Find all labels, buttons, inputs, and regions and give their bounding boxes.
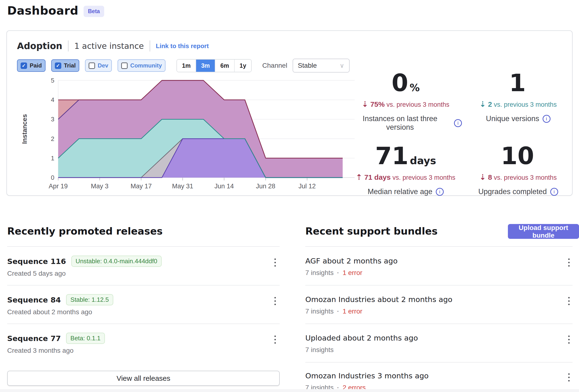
kebab-menu-icon[interactable] [273,296,277,307]
svg-text:1: 1 [51,155,54,162]
bundle-row: Uploaded about 2 months ago 7 insights [305,333,573,354]
svg-text:May 3: May 3 [91,183,108,190]
section-divider [7,246,280,247]
release-created: Created about 2 months ago [7,308,280,316]
bundle-row: AGF about 2 months ago 7 insights 1 erro… [305,256,573,277]
row-divider [7,324,280,324]
stat-delta: ⇡71 days vs. previous 3 months [349,173,462,182]
svg-text:May 31: May 31 [172,183,193,190]
stat-unique-versions: 1 ⇣2 vs. previous 3 months Unique versio… [462,71,575,132]
release-title: Sequence 116 [7,256,66,266]
bundle-title: AGF about 2 months ago [305,256,573,266]
release-created: Created 5 days ago [7,270,280,277]
svg-text:Jul 12: Jul 12 [298,183,316,190]
page-header: Dashboard Beta [7,4,104,17]
bundle-row: Omozan Industries 3 months ago 7 insight… [305,371,573,392]
dot-separator [337,269,339,277]
adoption-chart: 012345Apr 19May 3May 17May 31Jun 14Jun 2… [7,31,364,196]
stat-delta: ⇣2 vs. previous 3 months [462,100,575,109]
info-icon[interactable] [550,188,558,196]
kebab-menu-icon[interactable] [273,257,277,268]
bundle-insights: 7 insights [305,269,334,277]
row-divider [305,324,573,324]
page-bottom-strip [0,389,579,392]
bundle-insights: 7 insights [305,308,334,315]
view-all-releases-button[interactable]: View all releases [7,371,280,386]
stat-label: Unique versions [486,114,539,123]
kebab-menu-icon[interactable] [567,257,571,268]
upload-support-bundle-button[interactable]: Upload support bundle [508,224,579,239]
stat-median-relative-age: 71days ⇡71 days vs. previous 3 months Me… [349,144,462,196]
release-channel-badge: Beta: 0.1.1 [66,333,105,344]
stat-instances-last-versions: 0% ⇣75% vs. previous 3 months Instances … [349,71,462,132]
release-row: Sequence 77 Beta: 0.1.1 Created 3 months… [7,333,280,354]
stat-label: Upgrades completed [478,187,547,196]
stat-label: Median relative age [367,187,433,196]
section-divider [305,246,573,247]
stat-upgrades-completed: 10 ⇣8 vs. previous 3 months Upgrades com… [462,144,575,196]
bundles-heading: Recent support bundles [305,225,437,237]
stat-value: 0 [391,69,408,97]
svg-text:Apr 19: Apr 19 [49,183,68,190]
svg-text:2: 2 [51,135,54,142]
svg-text:4: 4 [51,96,54,103]
kebab-menu-icon[interactable] [273,334,277,345]
info-icon[interactable] [543,115,551,123]
stat-label: Instances on last three versions [349,114,451,132]
beta-badge: Beta [83,6,104,17]
release-channel-badge: Unstable: 0.4.0-main.444ddf0 [71,256,162,267]
row-divider [305,362,573,363]
stat-value: 1 [509,69,526,97]
stat-delta: ⇣8 vs. previous 3 months [462,173,575,182]
stat-unit: % [410,82,420,94]
trend-down-icon: ⇣ [480,173,486,181]
info-icon[interactable] [436,188,444,196]
release-row: Sequence 84 Stable: 1.12.5 Created about… [7,294,280,316]
release-created: Created 3 months ago [7,347,280,354]
release-channel-badge: Stable: 1.12.5 [66,294,113,305]
svg-text:5: 5 [51,77,54,84]
bundle-errors: 1 error [343,269,362,277]
svg-text:0: 0 [51,174,54,181]
info-icon[interactable] [454,119,462,127]
row-divider [7,285,280,285]
svg-text:Instances: Instances [21,114,28,144]
kebab-menu-icon[interactable] [567,372,571,383]
releases-heading: Recently promoted releases [7,225,163,237]
trend-up-icon: ⇡ [356,173,362,181]
bundle-errors: 1 error [343,308,362,315]
bundle-insights: 7 insights [305,346,334,354]
adoption-stats: 0% ⇣75% vs. previous 3 months Instances … [349,71,575,196]
stat-value: 71 [375,142,409,170]
release-row: Sequence 116 Unstable: 0.4.0-main.444ddf… [7,256,280,277]
stat-value: 10 [501,142,534,170]
bundle-title: Uploaded about 2 months ago [305,333,573,343]
svg-text:Jun 28: Jun 28 [256,183,275,190]
dot-separator [337,308,339,315]
row-divider [305,285,573,285]
release-title: Sequence 84 [7,295,61,305]
release-title: Sequence 77 [7,333,61,344]
svg-text:3: 3 [51,116,54,123]
trend-down-icon: ⇣ [362,100,368,108]
adoption-card: Adoption 1 active instance Link to this … [6,30,573,196]
kebab-menu-icon[interactable] [567,334,571,345]
trend-down-icon: ⇣ [480,100,486,108]
bundle-title: Omozan Industries about 2 months ago [305,294,573,305]
svg-text:Jun 14: Jun 14 [214,183,234,190]
stat-delta: ⇣75% vs. previous 3 months [349,100,462,109]
kebab-menu-icon[interactable] [567,296,571,307]
stat-unit: days [410,155,436,167]
bundle-row: Omozan Industries about 2 months ago 7 i… [305,294,573,315]
bundle-title: Omozan Industries 3 months ago [305,371,573,381]
dashboard-page: Dashboard Beta Adoption 1 active instanc… [0,0,579,392]
page-title: Dashboard [7,4,78,17]
svg-text:May 17: May 17 [131,183,152,190]
